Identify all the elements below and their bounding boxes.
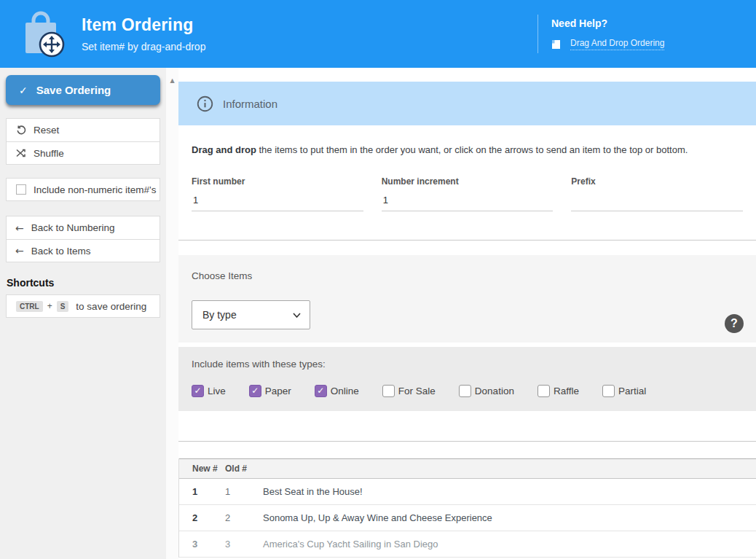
paper-checkbox[interactable] — [249, 385, 261, 397]
ctrl-key-badge: CTRL — [16, 301, 43, 312]
raffle-checkbox[interactable] — [538, 385, 550, 397]
page-title: Item Ordering — [82, 15, 205, 35]
for-sale-label: For Sale — [398, 386, 436, 396]
information-title: Information — [223, 98, 277, 110]
shopping-bag-move-icon — [22, 11, 66, 58]
table-row[interactable]: 2 2 Sonoma Up, Up & Away Wine and Cheese… — [179, 505, 756, 531]
row-new-number: 2 — [179, 512, 225, 523]
app-logo — [22, 11, 66, 58]
prefix-field: Prefix — [571, 176, 743, 211]
raffle-label: Raffle — [554, 386, 579, 396]
section-divider — [178, 240, 756, 241]
donation-label: Donation — [475, 386, 514, 396]
partial-label: Partial — [618, 386, 646, 396]
type-option-raffle[interactable]: Raffle — [538, 385, 579, 397]
save-ordering-button[interactable]: ✓ Save Ordering — [6, 75, 160, 105]
table-row[interactable]: 1 1 Best Seat in the House! — [179, 479, 756, 505]
online-label: Online — [331, 386, 359, 396]
donation-checkbox[interactable] — [459, 385, 471, 397]
type-option-partial[interactable]: Partial — [602, 385, 646, 397]
online-checkbox[interactable] — [315, 385, 327, 397]
row-new-number: 1 — [179, 486, 225, 497]
first-number-field: First number — [192, 176, 363, 211]
live-checkbox[interactable] — [192, 385, 204, 397]
number-increment-field: Number increment — [382, 176, 554, 211]
for-sale-checkbox[interactable] — [382, 385, 395, 397]
item-type-options: Live Paper Online For Sale — [192, 385, 743, 397]
type-option-live[interactable]: Live — [192, 385, 226, 397]
choose-items-section: Choose Items By type ? — [178, 255, 756, 343]
row-new-number: 3 — [179, 539, 225, 550]
type-option-donation[interactable]: Donation — [459, 385, 514, 397]
reset-icon — [15, 125, 26, 136]
need-help-section: Need Help? Drag And Drop Ordering — [551, 17, 664, 50]
header-titles: Item Ordering Set item# by drag-and-drop — [82, 15, 205, 52]
type-option-online[interactable]: Online — [315, 385, 359, 397]
back-arrow-icon: ← — [15, 245, 24, 257]
plus-sign: + — [47, 301, 52, 311]
back-links-group: ← Back to Numbering ← Back to Items — [6, 216, 160, 262]
shuffle-button[interactable]: Shuffle — [7, 141, 160, 164]
number-increment-input[interactable] — [382, 187, 554, 211]
row-item-name: Sonoma Up, Up & Away Wine and Cheese Exp… — [263, 512, 492, 523]
item-ordering-page: Item Ordering Set item# by drag-and-drop… — [0, 0, 756, 559]
choose-items-select[interactable]: By type — [192, 300, 310, 329]
need-help-heading: Need Help? — [551, 17, 664, 29]
content-scrollbar[interactable]: ▲ — [166, 68, 178, 559]
partial-checkbox[interactable] — [602, 385, 615, 397]
back-arrow-icon: ← — [15, 222, 24, 234]
main-content: Information Drag and drop the items to p… — [178, 68, 756, 559]
shortcut-hint: CTRL + S to save ordering — [6, 294, 160, 318]
row-item-name: America's Cup Yacht Sailing in San Diego — [263, 539, 438, 550]
shortcut-text: to save ordering — [76, 301, 146, 312]
reset-label: Reset — [34, 125, 59, 136]
app-header: Item Ordering Set item# by drag-and-drop… — [0, 0, 756, 68]
info-icon — [197, 95, 213, 112]
shortcuts-heading: Shortcuts — [6, 277, 160, 289]
back-to-numbering-link[interactable]: ← Back to Numbering — [7, 216, 160, 239]
back-to-items-label: Back to Items — [31, 246, 91, 257]
type-option-for-sale[interactable]: For Sale — [382, 385, 436, 397]
numbering-fields: First number Number increment Prefix — [192, 176, 743, 211]
help-link[interactable]: Drag And Drop Ordering — [570, 38, 664, 50]
row-old-number: 3 — [225, 539, 263, 550]
table-header: New # Old # — [179, 458, 756, 479]
old-number-column-header: Old # — [225, 464, 263, 474]
check-icon: ✓ — [19, 85, 28, 96]
scroll-up-arrow[interactable]: ▲ — [166, 77, 178, 84]
table-divider — [178, 441, 756, 442]
information-panel: Information — [178, 82, 756, 125]
instructions-text: Drag and drop the items to put them in t… — [192, 144, 743, 155]
reset-button[interactable]: Reset — [7, 119, 160, 141]
instructions-bold: Drag and drop — [192, 144, 256, 155]
order-actions-group: Reset Shuffle — [6, 118, 160, 165]
first-number-input[interactable] — [192, 187, 363, 211]
back-to-numbering-label: Back to Numbering — [31, 222, 115, 233]
row-old-number: 2 — [225, 512, 263, 523]
s-key-badge: S — [57, 301, 69, 312]
row-old-number: 1 — [225, 486, 263, 497]
help-icon[interactable]: ? — [725, 314, 744, 333]
table-row[interactable]: 3 3 America's Cup Yacht Sailing in San D… — [179, 531, 756, 558]
save-ordering-label: Save Ordering — [36, 84, 111, 96]
chevron-down-icon — [293, 313, 301, 318]
include-non-numeric-label: Include non-numeric item#'s — [34, 184, 156, 195]
items-table: New # Old # 1 1 Best Seat in the House! … — [178, 458, 756, 558]
book-icon — [551, 39, 561, 50]
prefix-input[interactable] — [571, 187, 743, 211]
shuffle-label: Shuffle — [34, 148, 64, 159]
type-option-paper[interactable]: Paper — [249, 385, 291, 397]
back-to-items-link[interactable]: ← Back to Items — [7, 239, 160, 262]
choose-items-label: Choose Items — [192, 270, 743, 281]
item-types-label: Include items with these types: — [192, 359, 743, 370]
choose-items-selected-value: By type — [202, 309, 237, 321]
include-non-numeric-row[interactable]: Include non-numeric item#'s — [6, 178, 160, 201]
row-item-name: Best Seat in the House! — [263, 486, 363, 497]
header-divider — [538, 15, 538, 53]
include-non-numeric-checkbox[interactable] — [16, 184, 26, 195]
shuffle-icon — [15, 148, 26, 159]
number-increment-label: Number increment — [382, 176, 554, 187]
first-number-label: First number — [192, 176, 363, 187]
instructions-rest: the items to put them in the order you w… — [256, 144, 688, 155]
sidebar: ✓ Save Ordering Reset — [0, 68, 166, 559]
